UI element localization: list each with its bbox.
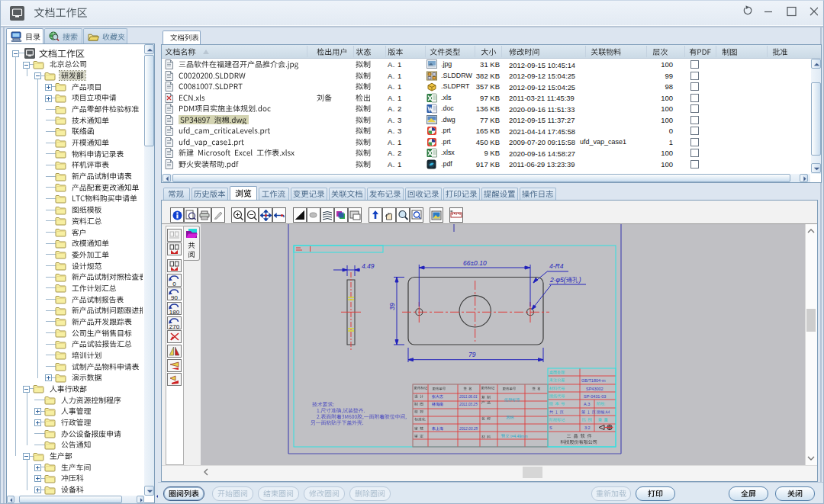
svg-text:90: 90 [171, 294, 178, 300]
svg-text:180: 180 [169, 308, 180, 315]
svg-text:270: 270 [169, 323, 180, 329]
svg-text:0: 0 [172, 280, 176, 287]
